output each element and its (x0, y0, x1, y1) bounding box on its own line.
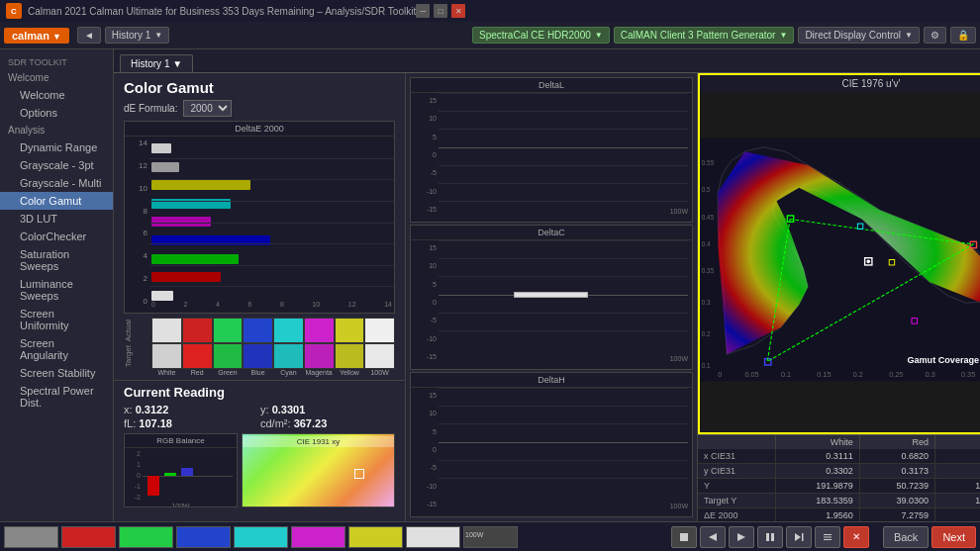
sidebar-item-spectral-power[interactable]: Spectral Power Dist. (0, 382, 113, 412)
right-section: CIE 1976 u'v' 0 0.05 0.1 0.15 0.2 0.25 (698, 73, 980, 521)
svg-text:0.1: 0.1 (702, 362, 711, 369)
deltac-inner: 15 10 5 0 -5 -10 -15 (411, 240, 692, 364)
sidebar-item-grayscale-3pt[interactable]: Grayscale - 3pt (0, 156, 113, 174)
patch-actual-yellow (335, 318, 365, 343)
fl-reading: fL: 107.18 (124, 417, 258, 429)
rgb-cie-container: RGB Balance 2 1 0 -1 -2 (124, 433, 395, 507)
settings-btn[interactable]: ⚙ (924, 27, 946, 44)
patch-target-white (151, 343, 182, 369)
step-forward-btn[interactable] (786, 526, 812, 548)
de-formula-select[interactable]: 2000 1976 CMC ITP (183, 100, 232, 117)
svg-text:0.4: 0.4 (702, 240, 711, 247)
swatch-yellow (348, 526, 403, 548)
cie-diagram-panel: CIE 1976 u'v' 0 0.05 0.1 0.15 0.2 0.25 (698, 73, 980, 434)
deltac-xlabel: 100W (670, 355, 688, 362)
cie-diagram-title: CIE 1976 u'v' (700, 75, 980, 92)
minimize-btn[interactable]: ─ (416, 4, 430, 18)
table-row-ycie31: y CIE31 0.3302 0.3173 0.7204 0.0485 0.33… (698, 464, 980, 479)
reading-title: Current Reading (124, 385, 395, 400)
bar-row-cyan (151, 197, 392, 211)
svg-text:0: 0 (718, 370, 722, 379)
deltae-chart-title: DeltaE 2000 (125, 122, 394, 137)
next-button[interactable]: Next (931, 526, 976, 548)
sidebar-item-welcome-section[interactable]: Welcome (0, 69, 113, 86)
lock-btn[interactable]: 🔒 (950, 27, 976, 44)
patch-target-cyan (273, 343, 304, 369)
sidebar-item-options[interactable]: Options (0, 104, 113, 122)
reading-values: x: 0.3122 y: 0.3301 fL: 107.18 cd/m²: (124, 404, 395, 429)
sidebar-item-analysis-section[interactable]: Analysis (0, 122, 113, 138)
deltal-xlabel: 100W (670, 208, 688, 215)
history-dropdown[interactable]: History 1 ▼ (105, 27, 169, 44)
svg-marker-30 (709, 533, 717, 541)
sidebar-item-screen-angularity[interactable]: Screen Angularity (0, 334, 113, 364)
patch-actual-100w (364, 318, 395, 343)
content-area: History 1 ▼ Color Gamut dE Formula: 2000… (114, 49, 980, 521)
patch-target-green (213, 343, 244, 369)
bar-row-gray (151, 160, 392, 174)
panels: Color Gamut dE Formula: 2000 1976 CMC IT… (114, 73, 980, 521)
stop-btn[interactable] (671, 526, 697, 548)
svg-text:0.15: 0.15 (817, 370, 831, 379)
maximize-btn[interactable]: □ (434, 4, 447, 18)
rgb-green-bar (164, 473, 176, 476)
table-header-red: Red (859, 435, 934, 449)
bar-row-white (151, 141, 392, 155)
target-row-container: Target (124, 343, 395, 369)
deltac-title: DeltaC (411, 226, 692, 240)
svg-text:0.5: 0.5 (702, 186, 711, 193)
svg-rect-37 (824, 534, 832, 535)
swatch-white (406, 526, 460, 548)
left-panel: Color Gamut dE Formula: 2000 1976 CMC IT… (114, 73, 406, 521)
spectracal-dropdown[interactable]: SpectraCal CE HDR2000 ▼ (472, 27, 610, 44)
chart-bars-area: 0 2 4 6 8 10 12 14 (149, 137, 394, 308)
settings-transport-btn[interactable] (815, 526, 840, 548)
cie-small-title: CIE 1931 xy (243, 436, 394, 447)
swatch-green (119, 526, 173, 548)
bar-row-yellow (151, 178, 392, 192)
swatch-100w: 100W (463, 526, 518, 548)
tab-bar: History 1 ▼ (114, 49, 980, 73)
calman-logo[interactable]: calman ▼ (4, 28, 69, 44)
table-header-label (698, 435, 776, 449)
chart-inner: 14 12 10 8 6 4 2 0 (125, 137, 394, 308)
deltae-chart: DeltaE 2000 14 12 10 8 6 4 2 0 (124, 121, 395, 314)
current-reading: Current Reading x: 0.3122 y: 0.3301 fL: (114, 380, 405, 521)
deltah-inner: 15 10 5 0 -5 -10 -15 (411, 388, 692, 511)
sidebar-item-saturation-sweeps[interactable]: Saturation Sweeps (0, 245, 113, 275)
sidebar-item-screen-uniformity[interactable]: Screen Uniformity (0, 305, 113, 334)
table-row-xcie31: x CIE31 0.3111 0.6820 0.2385 0.1372 0.18… (698, 449, 980, 464)
calman-client-dropdown[interactable]: CalMAN Client 3 Pattern Generator ▼ (614, 27, 795, 44)
svg-point-24 (866, 260, 870, 264)
sidebar-item-luminance-sweeps[interactable]: Luminance Sweeps (0, 275, 113, 305)
svg-rect-32 (766, 533, 769, 541)
back-button[interactable]: Back (883, 526, 929, 548)
x-reading: x: 0.3122 (124, 404, 258, 415)
swatch-gray (4, 526, 58, 548)
svg-rect-38 (824, 539, 832, 540)
sidebar-item-welcome[interactable]: Welcome (0, 86, 113, 104)
sidebar-item-3d-lut[interactable]: 3D LUT (0, 210, 113, 228)
record-btn[interactable]: ✕ (843, 526, 869, 548)
actual-label: Actual (124, 320, 151, 341)
sidebar-item-color-gamut[interactable]: Color Gamut (0, 192, 113, 210)
tab-history1[interactable]: History 1 ▼ (120, 54, 193, 72)
svg-rect-33 (771, 533, 774, 541)
sidebar-item-grayscale-multi[interactable]: Grayscale - Multi (0, 174, 113, 192)
pause-btn[interactable] (757, 526, 783, 548)
svg-text:0.25: 0.25 (889, 370, 903, 379)
close-btn[interactable]: ✕ (451, 4, 465, 18)
sidebar-item-screen-stability[interactable]: Screen Stability (0, 364, 113, 382)
swatch-magenta (291, 526, 345, 548)
direct-display-dropdown[interactable]: Direct Display Control ▼ (798, 27, 920, 44)
play-btn[interactable] (729, 526, 754, 548)
deltah-xlabel: 100W (670, 503, 688, 509)
sidebar-item-color-checker[interactable]: ColorChecker (0, 228, 113, 245)
bar-row-green (151, 252, 392, 266)
collapse-sidebar-btn[interactable]: ◄ (77, 27, 101, 44)
patch-actual-cyan (273, 318, 304, 343)
table-row-Y: Y 191.9879 50.7239 138.8164 12.2345 147.… (698, 479, 980, 494)
prev-btn[interactable] (700, 526, 726, 548)
actual-patches (151, 318, 395, 343)
sidebar-item-dynamic-range[interactable]: Dynamic Range (0, 138, 113, 156)
